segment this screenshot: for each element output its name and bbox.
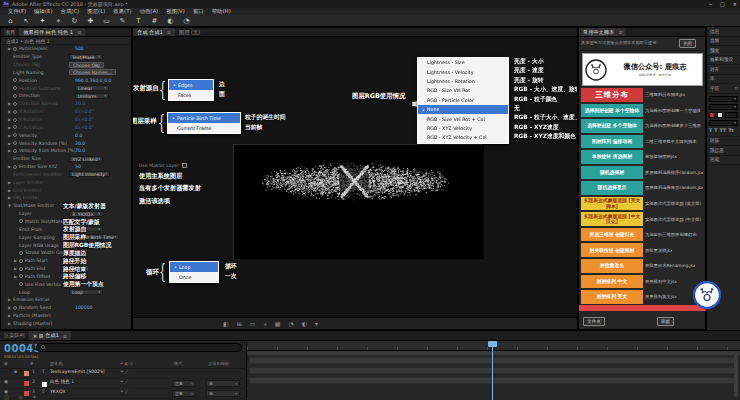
effect-row-34[interactable]: ▶ Particle (Master) <box>1 312 131 320</box>
stopwatch-icon[interactable] <box>13 110 17 114</box>
effect-row-12[interactable]: ▶ Velocity Random [%]20.0 <box>1 139 131 147</box>
menu-item-5[interactable]: 动画(A) <box>136 8 163 15</box>
menu-item-8[interactable]: 帮助(H) <box>208 8 235 15</box>
layer-name[interactable]: TextLayersEmit [50025] <box>50 369 105 374</box>
maximize-button[interactable]: □ <box>720 1 725 7</box>
work-area-bar[interactable] <box>247 351 740 355</box>
effect-row-15[interactable]: ▶ Emitter Size XYZ50 <box>1 163 131 171</box>
property-dropdown[interactable]: Text/Mask▾ <box>69 54 103 60</box>
effect-row-9[interactable]: ▶ Y Rotation0x+0.0° <box>1 116 131 124</box>
menu-option[interactable]: •None <box>418 105 508 114</box>
zoom-tool-icon[interactable]: ⌖ <box>54 17 63 25</box>
menu-option[interactable]: Once <box>170 272 218 282</box>
menu-option[interactable]: RGB - XYZ Velocity + Col <box>418 133 508 142</box>
menu-option[interactable]: Lightness - Rotation <box>418 77 508 86</box>
refresh-button[interactable]: 刷新 <box>657 317 674 326</box>
show-channel-icon[interactable]: ◐ <box>302 320 307 327</box>
script-button[interactable]: 层关联按钮 创建图层 <box>581 243 643 257</box>
pen-tool-icon[interactable]: ✎ <box>118 17 127 25</box>
resolution-icon[interactable]: ▾ <box>315 320 318 327</box>
tab-script-panel[interactable]: 常用中文脚本 ≡ <box>579 28 626 36</box>
effect-row-11[interactable]: ▶ Velocity0.0 <box>1 131 131 139</box>
effect-row-20[interactable]: ▼ Text/Mask Emitter文本/蒙版发射器 <box>1 202 131 210</box>
effect-row-30[interactable]: Use First Vertex使用第一个顶点 <box>1 280 131 288</box>
playhead-line[interactable] <box>492 341 493 400</box>
script-button[interactable]: 随机选择层 <box>581 166 643 180</box>
blend-mode-dropdown[interactable]: 正常▾ <box>172 390 196 397</box>
fill-color-swatch[interactable] <box>709 112 715 118</box>
parent-dropdown[interactable]: 无▾ <box>206 390 240 397</box>
transparency-grid-icon[interactable]: ▦ <box>275 320 281 327</box>
effect-row-33[interactable]: ▶ Random Seed100000 <box>1 304 131 312</box>
effect-row-31[interactable]: LoopLoop▾ <box>1 288 131 296</box>
script-button[interactable]: 三维分布 <box>581 88 643 102</box>
blend-mode-dropdown[interactable]: 正常▾ <box>172 380 196 387</box>
use-master-layer-checkbox[interactable] <box>182 163 187 168</box>
menu-option[interactable]: Lightness - Size <box>418 58 508 67</box>
script-button[interactable]: 选择图层创建 单个空物体 <box>581 104 643 118</box>
selection-tool-icon[interactable]: ↖ <box>22 17 31 25</box>
effect-row-5[interactable]: Position SubframeLinear▾ <box>1 84 131 92</box>
tab-comp-timeline[interactable]: ✕ 合成1 ≡ <box>29 331 71 340</box>
stopwatch-icon[interactable] <box>13 78 17 82</box>
property-dropdown[interactable]: Linear▾ <box>75 85 109 91</box>
stopwatch-icon[interactable] <box>19 282 23 286</box>
roto-brush-tool-icon[interactable]: ◔ <box>182 17 191 25</box>
mask-shape-tool-icon[interactable]: ▭ <box>102 17 111 25</box>
property-value[interactable]: 0x+0.0° <box>75 109 94 114</box>
script-button[interactable]: 图层阵列 偏移动画 <box>581 135 643 149</box>
effect-row-29[interactable]: ▶ Path Offset0.0路径偏移 <box>1 272 131 280</box>
menu-option[interactable]: •Loop <box>170 262 218 272</box>
panel-tab-bottom-2[interactable]: 画笔 <box>707 156 740 166</box>
script-button[interactable]: 选择层创建 多个空物体 <box>581 119 643 133</box>
menu-item-7[interactable]: 窗口 <box>189 8 208 15</box>
tab-close-icon[interactable]: ✕ <box>33 333 37 339</box>
effect-row-17[interactable]: ▶ Layer Emitter <box>1 178 131 186</box>
stopwatch-icon[interactable] <box>19 259 23 263</box>
menu-option[interactable]: RGB - Particle Color <box>418 96 508 105</box>
script-button[interactable]: 随机选择显示 <box>581 181 643 195</box>
property-dropdown[interactable]: Light Intensity▾ <box>69 171 110 177</box>
stopwatch-icon[interactable] <box>13 125 17 129</box>
property-value[interactable]: 0x+0.0° <box>75 125 94 130</box>
menu-option[interactable]: RGB - Size Vel Rot + Col <box>418 114 508 123</box>
panel-tab-character[interactable]: 字符≡ <box>707 84 740 94</box>
type-tool-icon[interactable]: T <box>134 17 143 25</box>
stopwatch-icon[interactable] <box>13 102 17 106</box>
panel-menu-icon[interactable]: ≡ <box>63 333 67 339</box>
property-value[interactable]: 20.0 <box>75 141 85 146</box>
pan-behind-tool-icon[interactable]: ✚ <box>86 17 95 25</box>
property-value[interactable]: 0.0 <box>75 133 82 138</box>
menu-item-6[interactable]: 视图(V) <box>162 8 189 15</box>
panel-menu-icon[interactable]: ≡ <box>618 29 622 35</box>
property-value[interactable]: 50 <box>75 164 81 169</box>
property-dropdown[interactable]: 3. YKXQX▾ <box>69 211 103 217</box>
effect-row-4[interactable]: Position960.0,360.0,0.0 <box>1 76 131 84</box>
menu-option[interactable]: Faces <box>169 90 213 100</box>
lock-icon[interactable]: ▪ <box>14 369 17 374</box>
effect-row-27[interactable]: ▶ Path Start0%路径开始 <box>1 257 131 265</box>
effect-row-6[interactable]: DirectionUniform▾ <box>1 92 131 100</box>
stopwatch-icon[interactable] <box>13 47 17 51</box>
script-button[interactable]: 层批量改名 <box>581 259 643 273</box>
font-family-dropdown[interactable]: ▾ <box>709 96 738 102</box>
menu-item-4[interactable]: 效果(T) <box>109 8 135 15</box>
property-button[interactable]: Choose Names... <box>69 69 116 75</box>
property-value[interactable]: 500 <box>75 46 84 51</box>
stopwatch-icon[interactable] <box>13 118 17 122</box>
effect-row-25[interactable]: Layer RGB UsageNone▾图层RGB使用情况 <box>1 241 131 249</box>
stroke-color-swatch[interactable] <box>717 112 723 118</box>
layer-name[interactable]: 白色 纯色 1 <box>50 379 74 384</box>
effect-row-18[interactable]: ▶ Grid Emitter <box>1 186 131 194</box>
orbit-camera-tool-icon[interactable]: ↻ <box>70 17 79 25</box>
property-value[interactable]: 0x+0.0° <box>75 117 94 122</box>
tab-project[interactable]: 项目 <box>1 28 19 36</box>
snapshot-icon[interactable]: ◔ <box>288 320 293 327</box>
property-value[interactable]: 960.0,360.0,0.0 <box>75 78 112 83</box>
property-dropdown[interactable]: Uniform▾ <box>75 93 109 99</box>
panel-tab-4[interactable]: 对齐 <box>707 65 740 75</box>
label-color-swatch[interactable] <box>24 371 29 376</box>
minimize-button[interactable]: ─ <box>709 1 712 7</box>
stopwatch-icon[interactable] <box>13 141 17 145</box>
script-button[interactable]: 实现表达式蒙版追踪 [中文汉化] <box>581 212 643 226</box>
